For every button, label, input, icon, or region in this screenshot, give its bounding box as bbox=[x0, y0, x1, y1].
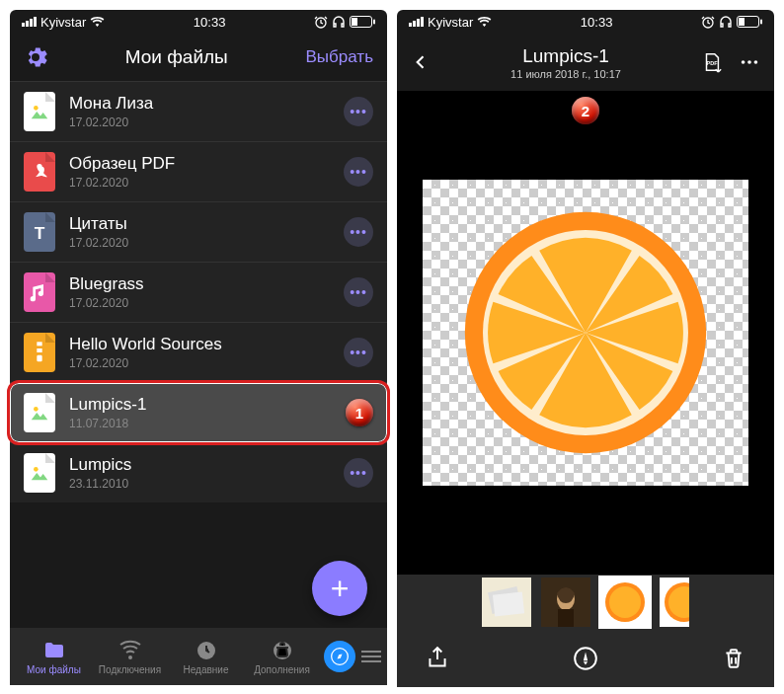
step-badge-2: 2 bbox=[572, 97, 599, 124]
thumbnail[interactable] bbox=[541, 578, 590, 627]
nav-addons[interactable]: Дополнения bbox=[244, 639, 320, 675]
file-row[interactable]: Bluegrass17.02.2020 ••• bbox=[10, 262, 387, 322]
svg-rect-7 bbox=[37, 348, 41, 352]
file-name: Lumpics-1 bbox=[69, 395, 332, 415]
select-button[interactable]: Выбрать bbox=[306, 47, 373, 67]
menu-icon[interactable] bbox=[361, 651, 381, 662]
status-bar: Kyivstar 10:33 bbox=[397, 10, 774, 34]
more-button[interactable]: ••• bbox=[344, 217, 373, 247]
thumbnail[interactable] bbox=[482, 578, 531, 627]
battery-icon bbox=[737, 16, 762, 28]
page-title: Мои файлы bbox=[47, 46, 306, 68]
image-file-icon bbox=[24, 92, 55, 131]
text-file-icon: T bbox=[24, 212, 55, 252]
svg-rect-17 bbox=[760, 20, 762, 25]
file-date: 17.02.2020 bbox=[69, 356, 330, 370]
svg-rect-26 bbox=[493, 591, 524, 616]
file-date: 17.02.2020 bbox=[69, 296, 330, 310]
status-time: 10:33 bbox=[194, 15, 226, 30]
file-name: Bluegrass bbox=[69, 274, 330, 294]
orange-slice-image bbox=[457, 204, 714, 461]
status-bar: Kyivstar 10:33 bbox=[10, 10, 387, 34]
add-button[interactable]: + bbox=[312, 561, 367, 616]
more-button[interactable]: ••• bbox=[344, 157, 373, 187]
svg-rect-16 bbox=[739, 18, 745, 26]
nav-my-files[interactable]: Мои файлы bbox=[16, 639, 92, 675]
more-button[interactable]: ••• bbox=[344, 338, 373, 367]
nav-label: Дополнения bbox=[254, 664, 310, 675]
carrier: Kyivstar bbox=[40, 15, 86, 30]
music-file-icon bbox=[24, 272, 55, 312]
svg-rect-3 bbox=[373, 20, 375, 25]
file-date: 17.02.2020 bbox=[69, 236, 330, 250]
svg-point-32 bbox=[609, 586, 641, 618]
svg-text:PDF: PDF bbox=[707, 60, 719, 66]
svg-point-21 bbox=[754, 60, 758, 64]
carrier: Kyivstar bbox=[428, 15, 473, 30]
thumbnail[interactable] bbox=[660, 578, 689, 627]
status-time: 10:33 bbox=[581, 15, 613, 30]
header: Мои файлы Выбрать bbox=[10, 34, 387, 81]
file-row[interactable]: T Цитаты17.02.2020 ••• bbox=[10, 201, 387, 262]
alarm-icon bbox=[701, 15, 715, 29]
step-badge-1: 1 bbox=[346, 399, 373, 426]
nav-label: Недавние bbox=[184, 664, 229, 675]
file-name: Lumpics bbox=[69, 455, 330, 475]
viewer-header: Lumpics-1 11 июля 2018 г., 10:17 PDF bbox=[397, 34, 774, 91]
image-file-icon bbox=[24, 393, 55, 432]
nav-label: Мои файлы bbox=[27, 664, 81, 675]
wifi-icon bbox=[90, 17, 105, 28]
svg-rect-6 bbox=[37, 342, 41, 346]
gear-icon[interactable] bbox=[24, 45, 47, 69]
file-name: Мона Лиза bbox=[69, 94, 330, 114]
image-preview[interactable] bbox=[423, 180, 748, 486]
browser-button[interactable] bbox=[324, 641, 355, 672]
viewer-title: Lumpics-1 bbox=[440, 45, 691, 67]
nav-recent[interactable]: Недавние bbox=[168, 639, 244, 675]
file-row[interactable]: Мона Лиза17.02.2020 ••• bbox=[10, 81, 387, 141]
phone-left: Kyivstar 10:33 Мои файлы Выбрать Мона Ли… bbox=[10, 10, 387, 685]
share-icon[interactable] bbox=[425, 646, 450, 671]
battery-icon bbox=[350, 16, 375, 28]
file-list: Мона Лиза17.02.2020 ••• Образец PDF17.02… bbox=[10, 81, 387, 502]
pdf-export-icon[interactable]: PDF bbox=[701, 51, 723, 73]
nav-connections[interactable]: Подключения bbox=[92, 639, 168, 675]
archive-file-icon bbox=[24, 333, 55, 372]
headphones-icon bbox=[719, 15, 733, 29]
pdf-file-icon bbox=[24, 152, 55, 192]
svg-point-20 bbox=[747, 60, 751, 64]
status-right bbox=[314, 15, 375, 29]
file-row[interactable]: Lumpics23.11.2010 ••• bbox=[10, 442, 387, 502]
signal-icon bbox=[22, 17, 37, 27]
alarm-icon bbox=[314, 15, 328, 29]
thumbnail-selected[interactable] bbox=[600, 578, 650, 627]
more-button[interactable]: ••• bbox=[344, 97, 373, 126]
bottom-nav: Мои файлы Подключения Недавние Дополнени… bbox=[10, 628, 387, 685]
svg-rect-8 bbox=[37, 355, 41, 362]
trash-icon[interactable] bbox=[721, 646, 746, 671]
file-name: Hello World Sources bbox=[69, 335, 330, 354]
file-date: 23.11.2010 bbox=[69, 477, 330, 491]
file-row[interactable]: Образец PDF17.02.2020 ••• bbox=[10, 141, 387, 201]
svg-text:T: T bbox=[35, 223, 45, 243]
edit-icon[interactable] bbox=[573, 646, 598, 671]
file-date: 17.02.2020 bbox=[69, 116, 330, 129]
svg-point-4 bbox=[34, 106, 39, 111]
wifi-icon bbox=[477, 17, 492, 28]
headphones-icon bbox=[332, 15, 346, 29]
svg-point-9 bbox=[34, 407, 39, 412]
signal-icon bbox=[409, 17, 424, 27]
viewer-toolbar bbox=[397, 630, 774, 687]
more-button[interactable]: ••• bbox=[344, 277, 373, 307]
svg-rect-2 bbox=[352, 18, 357, 26]
file-row-selected[interactable]: Lumpics-111.07.2018 1 bbox=[10, 382, 387, 442]
status-right bbox=[701, 15, 762, 29]
back-icon[interactable] bbox=[411, 52, 431, 72]
file-row[interactable]: Hello World Sources17.02.2020 ••• bbox=[10, 322, 387, 382]
file-name: Цитаты bbox=[69, 214, 330, 234]
svg-rect-29 bbox=[558, 609, 574, 627]
viewer-subtitle: 11 июля 2018 г., 10:17 bbox=[440, 68, 691, 80]
nav-label: Подключения bbox=[99, 664, 161, 675]
more-button[interactable]: ••• bbox=[344, 458, 373, 488]
more-icon[interactable] bbox=[739, 51, 760, 73]
